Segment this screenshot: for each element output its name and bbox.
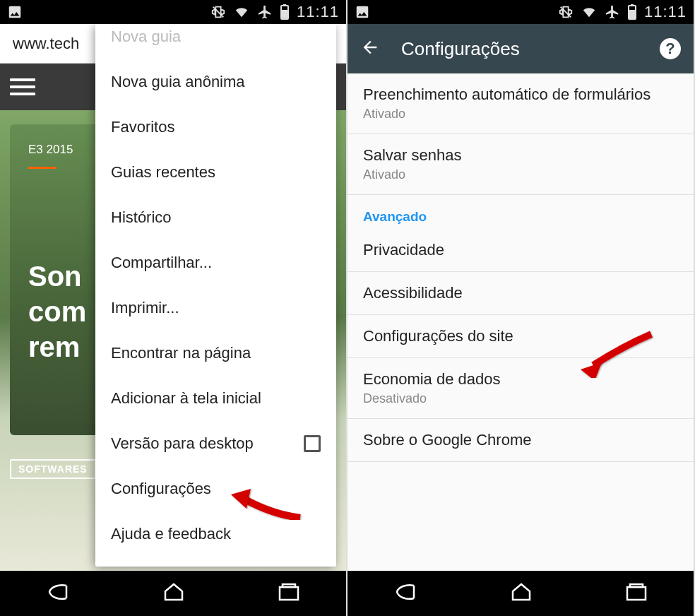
item-title: Preenchimento automático de formulários — [363, 85, 678, 104]
battery-icon — [280, 4, 290, 20]
settings-list: Preenchimento automático de formulários … — [348, 73, 694, 571]
menu-item-recent-tabs[interactable]: Guias recentes — [95, 150, 336, 195]
battery-icon — [627, 4, 637, 20]
menu-item-bookmarks[interactable]: Favoritos — [95, 105, 336, 150]
chrome-overflow-menu: Nova guia Nova guia anônima Favoritos Gu… — [95, 24, 336, 567]
svg-rect-2 — [283, 4, 286, 6]
back-nav-icon[interactable] — [45, 581, 71, 605]
item-title: Configurações do site — [363, 327, 678, 345]
menu-item-settings[interactable]: Configurações — [95, 466, 336, 511]
svg-rect-10 — [629, 10, 635, 18]
menu-item-find[interactable]: Encontrar na página — [95, 331, 336, 376]
svg-rect-6 — [283, 584, 295, 587]
menu-item-add-homescreen[interactable]: Adicionar à tela inicial — [95, 376, 336, 421]
image-icon — [355, 4, 370, 20]
hamburger-icon[interactable] — [10, 74, 35, 100]
settings-item-passwords[interactable]: Salvar senhas Ativado — [348, 134, 694, 195]
svg-rect-9 — [631, 4, 634, 6]
settings-item-site-settings[interactable]: Configurações do site — [348, 315, 694, 358]
menu-item-new-tab-faded[interactable]: Nova guia — [95, 24, 336, 59]
svg-rect-12 — [627, 587, 646, 600]
wifi-icon — [233, 4, 250, 20]
menu-item-incognito[interactable]: Nova guia anônima — [95, 59, 336, 105]
menu-item-help[interactable]: Ajuda e feedback — [95, 511, 336, 557]
svg-rect-5 — [280, 587, 298, 600]
image-icon — [7, 4, 23, 20]
item-subtitle: Desativado — [363, 391, 678, 406]
settings-toolbar: Configurações ? — [348, 24, 694, 73]
url-text: www.tech — [13, 35, 79, 53]
vibrate-icon — [210, 4, 226, 20]
article-title: Son com rem — [28, 259, 86, 365]
svg-rect-3 — [282, 10, 287, 18]
back-arrow-icon[interactable] — [360, 37, 380, 60]
checkbox-icon[interactable] — [304, 435, 321, 452]
clock: 11:11 — [644, 3, 687, 21]
home-nav-icon[interactable] — [161, 581, 186, 605]
item-title: Salvar senhas — [363, 146, 678, 165]
android-nav-bar — [0, 571, 346, 616]
recent-nav-icon[interactable] — [624, 581, 648, 605]
section-header-advanced: Avançado — [348, 195, 694, 229]
android-nav-bar — [348, 571, 694, 616]
item-title: Privacidade — [363, 241, 678, 259]
menu-item-label: Versão para desktop — [111, 434, 254, 453]
settings-title: Configurações — [401, 38, 638, 60]
home-nav-icon[interactable] — [509, 581, 534, 605]
item-title: Economia de dados — [363, 370, 678, 389]
status-bar: 11:11 — [0, 0, 346, 24]
item-subtitle: Ativado — [363, 167, 678, 182]
item-title: Sobre o Google Chrome — [363, 431, 678, 449]
item-title: Acessibilidade — [363, 284, 678, 302]
menu-item-desktop-site[interactable]: Versão para desktop — [95, 421, 336, 466]
menu-item-print[interactable]: Imprimir... — [95, 285, 336, 331]
settings-item-data-saver[interactable]: Economia de dados Desativado — [348, 358, 694, 419]
settings-item-autofill[interactable]: Preenchimento automático de formulários … — [348, 73, 694, 134]
status-bar: 11:11 — [348, 0, 694, 24]
recent-nav-icon[interactable] — [277, 581, 301, 605]
menu-item-share[interactable]: Compartilhar... — [95, 240, 336, 285]
airplane-icon — [605, 4, 620, 20]
help-icon[interactable]: ? — [660, 38, 681, 59]
airplane-icon — [257, 4, 273, 20]
settings-item-privacy[interactable]: Privacidade — [348, 229, 694, 272]
item-subtitle: Ativado — [363, 107, 678, 122]
back-nav-icon[interactable] — [393, 581, 418, 605]
softwares-badge: SOFTWARES — [10, 459, 96, 479]
settings-item-accessibility[interactable]: Acessibilidade — [348, 272, 694, 315]
svg-rect-13 — [630, 584, 643, 587]
vibrate-icon — [558, 4, 574, 20]
clock: 11:11 — [297, 3, 339, 21]
menu-item-history[interactable]: Histórico — [95, 195, 336, 240]
settings-item-about[interactable]: Sobre o Google Chrome — [348, 419, 694, 462]
tag-underline — [28, 167, 57, 169]
wifi-icon — [581, 4, 598, 20]
phone-right: 11:11 Configurações ? Preenchimento auto… — [348, 0, 695, 616]
phone-left: 11:11 www.tech E3 2015 Son com rem SOFTW… — [0, 0, 348, 616]
